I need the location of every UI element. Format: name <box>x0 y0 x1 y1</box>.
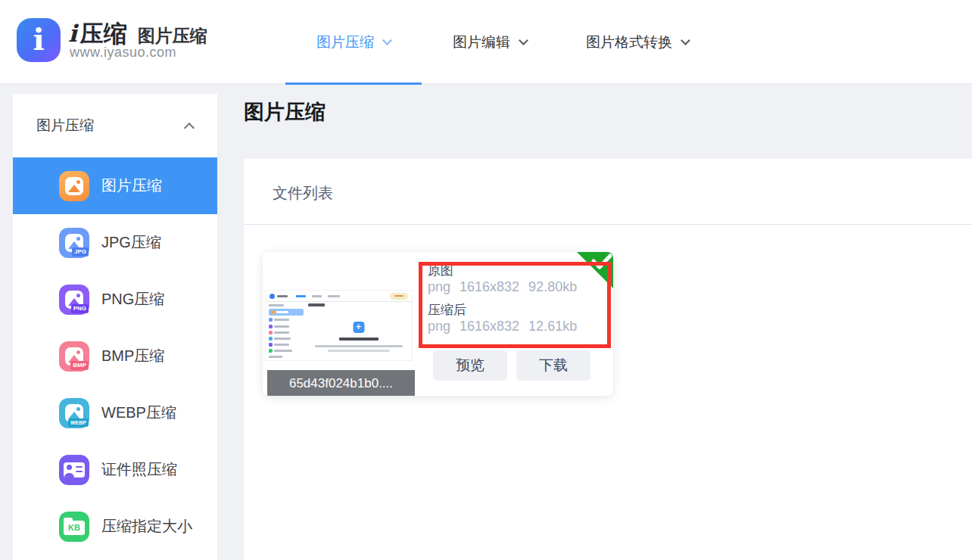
brand-name: 压缩 <box>80 20 127 47</box>
nav-item-label: 图片编辑 <box>453 33 510 52</box>
top-nav: 图片压缩 图片编辑 图片格式转换 <box>285 0 717 84</box>
brand-url: www.iyasuo.com <box>70 45 176 61</box>
compressed-info: png 1616x832 12.61kb <box>428 318 577 335</box>
sidebar-group-image-compress[interactable]: 图片压缩 <box>13 94 217 157</box>
sidebar-item-label: 压缩指定大小 <box>101 516 192 537</box>
plus-icon: + <box>353 322 364 333</box>
page-title: 图片压缩 <box>244 98 326 126</box>
chevron-up-icon <box>184 122 195 132</box>
photo-icon: PNG <box>59 285 89 315</box>
format-badge: WEBP <box>68 418 89 427</box>
sidebar: 图片压缩 图片压缩 JPG JPG压缩 PNG PNG压缩 BMP BMP压缩 … <box>13 94 217 560</box>
thumbnail-mini-screenshot: + <box>265 290 413 361</box>
success-corner-check-icon <box>577 252 613 288</box>
sidebar-item-label: 图片压缩 <box>101 176 162 196</box>
file-info: 原图 png 1616x832 92.80kb 压缩后 png 1616x832… <box>428 263 577 335</box>
format-badge: JPG <box>72 247 89 257</box>
sidebar-item-webp-compress[interactable]: WEBP WEBP压缩 <box>13 384 217 441</box>
sidebar-item-id-photo-compress[interactable]: 证件照压缩 <box>13 441 217 498</box>
file-list-panel: 文件列表 <box>244 159 972 560</box>
sidebar-item-label: PNG压缩 <box>101 289 164 310</box>
photo-icon: JPG <box>59 228 89 258</box>
photo-icon: WEBP <box>59 398 89 428</box>
file-card: + 65d43f024b1b0.... 原图 png 1616x832 92.8… <box>263 252 613 396</box>
preview-button[interactable]: 预览 <box>433 350 507 381</box>
sidebar-item-jpg-compress[interactable]: JPG JPG压缩 <box>13 214 217 271</box>
brand-logo-icon[interactable]: i <box>17 18 61 62</box>
download-button[interactable]: 下载 <box>516 350 590 381</box>
panel-title: 文件列表 <box>273 183 333 204</box>
nav-item-image-edit[interactable]: 图片编辑 <box>422 0 558 84</box>
sidebar-item-label: WEBP压缩 <box>101 403 176 423</box>
chevron-down-icon <box>681 36 690 45</box>
kb-badge: KB <box>68 524 80 532</box>
sidebar-group-label: 图片压缩 <box>36 116 94 135</box>
sidebar-item-bmp-compress[interactable]: BMP BMP压缩 <box>13 328 217 384</box>
original-label: 原图 <box>428 263 577 278</box>
nav-item-label: 图片压缩 <box>316 33 374 52</box>
panel-divider <box>244 224 972 225</box>
compressed-label: 压缩后 <box>428 302 577 318</box>
original-info: png 1616x832 92.80kb <box>428 278 577 296</box>
file-thumbnail[interactable]: + 65d43f024b1b0.... <box>265 254 413 369</box>
sidebar-item-label: BMP压缩 <box>101 346 164 366</box>
sidebar-item-label: 证件照压缩 <box>101 459 177 480</box>
app-header: i i压缩 图片压缩 www.iyasuo.com 图片压缩 图片编辑 图片格式… <box>0 0 972 84</box>
nav-item-label: 图片格式转换 <box>586 33 672 52</box>
sidebar-item-label: JPG压缩 <box>101 232 161 253</box>
brand-prefix: i <box>68 20 77 47</box>
format-badge: BMP <box>70 361 89 370</box>
brand-title: i压缩 图片压缩 <box>68 18 207 48</box>
folder-icon: KB <box>59 512 89 542</box>
sidebar-item-compress-to-size[interactable]: KB 压缩指定大小 <box>13 498 217 555</box>
sidebar-item-image-compress[interactable]: 图片压缩 <box>13 157 217 214</box>
nav-item-format-convert[interactable]: 图片格式转换 <box>558 0 717 84</box>
nav-item-image-compress[interactable]: 图片压缩 <box>285 0 422 84</box>
photo-icon: BMP <box>59 341 89 372</box>
id-card-icon <box>59 455 89 485</box>
file-name-bar: 65d43f024b1b0.... <box>267 370 415 396</box>
file-name: 65d43f024b1b0.... <box>289 376 393 391</box>
sidebar-item-png-compress[interactable]: PNG PNG压缩 <box>13 271 217 328</box>
chevron-down-icon <box>519 36 528 45</box>
chevron-down-icon <box>382 36 392 45</box>
format-badge: PNG <box>71 304 89 313</box>
photo-icon <box>59 171 89 201</box>
